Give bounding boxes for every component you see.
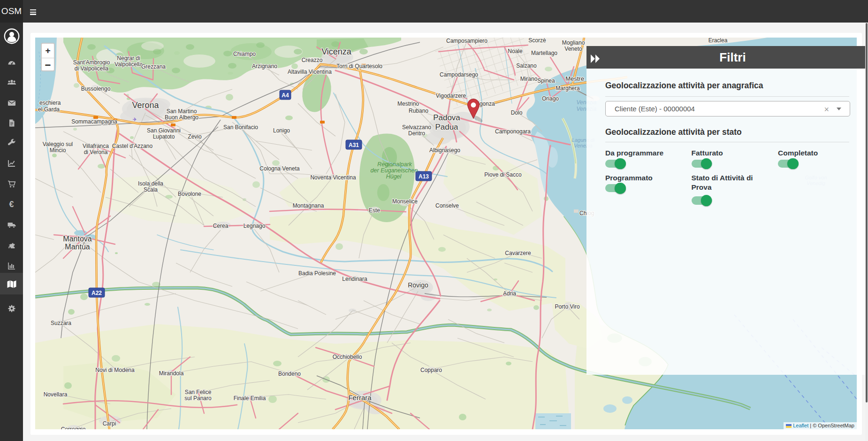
- svg-text:San Martino: San Martino: [167, 108, 197, 115]
- svg-text:Cerea: Cerea: [213, 223, 228, 229]
- svg-text:Lupatoto: Lupatoto: [153, 133, 175, 140]
- svg-text:Mantua: Mantua: [65, 243, 90, 251]
- svg-text:Chiampo: Chiampo: [233, 51, 256, 57]
- svg-text:der Euganeischen: der Euganeischen: [371, 167, 418, 174]
- svg-text:Padua: Padua: [435, 123, 458, 132]
- svg-text:Campodarsego: Campodarsego: [440, 71, 478, 78]
- svg-text:Buon Albergo: Buon Albergo: [165, 114, 198, 121]
- svg-text:Occhiobello: Occhiobello: [333, 354, 362, 360]
- svg-text:Spinea: Spinea: [537, 77, 555, 84]
- svg-text:Finale Emilia: Finale Emilia: [234, 395, 266, 402]
- svg-text:✈: ✈: [132, 116, 137, 122]
- svg-text:Conselve: Conselve: [435, 202, 459, 209]
- svg-text:Arzignano: Arzignano: [252, 63, 277, 70]
- svg-text:Bovolone: Bovolone: [178, 191, 201, 197]
- svg-text:Novi di Modena: Novi di Modena: [95, 367, 135, 373]
- svg-text:Noale: Noale: [508, 48, 523, 54]
- svg-text:Este: Este: [369, 207, 380, 214]
- svg-text:Hügel: Hügel: [386, 173, 402, 180]
- svg-text:San Giovanni: San Giovanni: [147, 127, 181, 134]
- svg-text:Eraclea: Eraclea: [708, 38, 728, 44]
- svg-text:Novellara: Novellara: [44, 391, 68, 398]
- svg-text:Regionalpark: Regionalpark: [377, 161, 412, 168]
- svg-text:Albignasego: Albignasego: [429, 147, 460, 154]
- svg-text:Selvazzano: Selvazzano: [402, 124, 431, 131]
- svg-text:Mincio: Mincio: [50, 147, 66, 154]
- svg-text:Mestrino: Mestrino: [397, 101, 419, 107]
- svg-text:Padova: Padova: [433, 113, 460, 122]
- svg-text:Torri di Quartesolo: Torri di Quartesolo: [336, 63, 382, 70]
- svg-text:Carpi: Carpi: [103, 420, 116, 427]
- svg-text:Martellago: Martellago: [531, 50, 557, 56]
- svg-text:Salzano: Salzano: [516, 62, 537, 69]
- svg-text:Vigodarzere: Vigodarzere: [436, 93, 466, 99]
- svg-text:Oriago: Oriago: [542, 95, 559, 102]
- svg-text:Vicenza: Vicenza: [321, 47, 352, 56]
- svg-text:Camponogara: Camponogara: [495, 128, 531, 135]
- svg-text:Mogliano: Mogliano: [562, 39, 585, 46]
- svg-text:el Garda: el Garda: [38, 106, 60, 113]
- svg-text:Villafranca: Villafranca: [83, 143, 109, 149]
- svg-text:Creazzo: Creazzo: [302, 57, 323, 63]
- svg-text:Badia Polesine: Badia Polesine: [298, 270, 336, 277]
- svg-text:Rubano: Rubano: [409, 108, 428, 114]
- svg-text:Lonigo: Lonigo: [273, 127, 290, 134]
- svg-text:A31: A31: [349, 142, 359, 148]
- svg-text:Castel d'Azzano: Castel d'Azzano: [112, 143, 153, 149]
- svg-text:Cavarzere: Cavarzere: [505, 250, 531, 256]
- svg-text:Monselice: Monselice: [392, 198, 418, 205]
- svg-text:Bussolengo: Bussolengo: [81, 85, 111, 92]
- svg-text:Rovigo: Rovigo: [408, 281, 428, 289]
- svg-text:Mirandola: Mirandola: [159, 370, 184, 377]
- svg-text:Grezzana: Grezzana: [141, 63, 166, 70]
- svg-text:Ferrara: Ferrara: [348, 394, 372, 402]
- svg-text:Cologna Veneta: Cologna Veneta: [259, 165, 300, 172]
- svg-text:Scorzè: Scorzè: [528, 38, 546, 44]
- svg-text:Mirano: Mirano: [520, 76, 538, 82]
- svg-text:A22: A22: [91, 290, 102, 296]
- svg-text:Piove di Sacco: Piove di Sacco: [484, 171, 522, 178]
- svg-text:Dolo: Dolo: [511, 109, 523, 116]
- svg-text:San Felice: San Felice: [185, 389, 212, 395]
- svg-text:Sant'Ambrogio: Sant'Ambrogio: [73, 59, 110, 66]
- svg-text:Verona: Verona: [132, 101, 159, 110]
- svg-text:Sommacampagna: Sommacampagna: [71, 118, 117, 125]
- svg-text:Montagnana: Montagnana: [293, 202, 324, 209]
- svg-text:Bondeno: Bondeno: [278, 371, 301, 377]
- svg-text:di Verona: di Verona: [84, 149, 108, 155]
- svg-text:sul Panaro: sul Panaro: [184, 395, 212, 402]
- svg-text:Altavilla Vicentina: Altavilla Vicentina: [288, 69, 332, 75]
- svg-text:Scala: Scala: [144, 186, 158, 193]
- svg-text:Veneto: Veneto: [564, 46, 582, 52]
- svg-text:Valeggio sul: Valeggio sul: [43, 141, 73, 147]
- svg-text:Copparo: Copparo: [420, 367, 442, 373]
- svg-text:Correggio: Correggio: [61, 426, 86, 429]
- svg-text:Valpolicella: Valpolicella: [114, 61, 143, 68]
- svg-text:di Valpolicella: di Valpolicella: [75, 65, 109, 72]
- svg-text:Legnago: Legnago: [244, 223, 266, 229]
- svg-text:Camposampiero: Camposampiero: [446, 38, 487, 44]
- svg-text:Noventa Vicentina: Noventa Vicentina: [310, 174, 356, 181]
- svg-text:Porto Viro: Porto Viro: [555, 303, 579, 310]
- svg-text:Mantova: Mantova: [63, 235, 91, 243]
- svg-text:eschiera: eschiera: [39, 100, 61, 106]
- svg-text:Marghera: Marghera: [556, 85, 580, 92]
- svg-text:A4: A4: [282, 92, 289, 99]
- svg-text:Suzzara: Suzzara: [51, 320, 71, 326]
- svg-text:Lendinara: Lendinara: [342, 276, 367, 282]
- svg-text:A13: A13: [419, 173, 429, 180]
- svg-text:Dentro: Dentro: [408, 130, 425, 137]
- svg-text:Isola della: Isola della: [138, 180, 163, 187]
- svg-text:Negrar di: Negrar di: [117, 55, 140, 62]
- svg-text:Adria: Adria: [503, 290, 516, 297]
- svg-text:Mestre: Mestre: [565, 75, 584, 82]
- svg-text:Zevio: Zevio: [188, 133, 202, 140]
- svg-text:San Bonifacio: San Bonifacio: [223, 124, 258, 131]
